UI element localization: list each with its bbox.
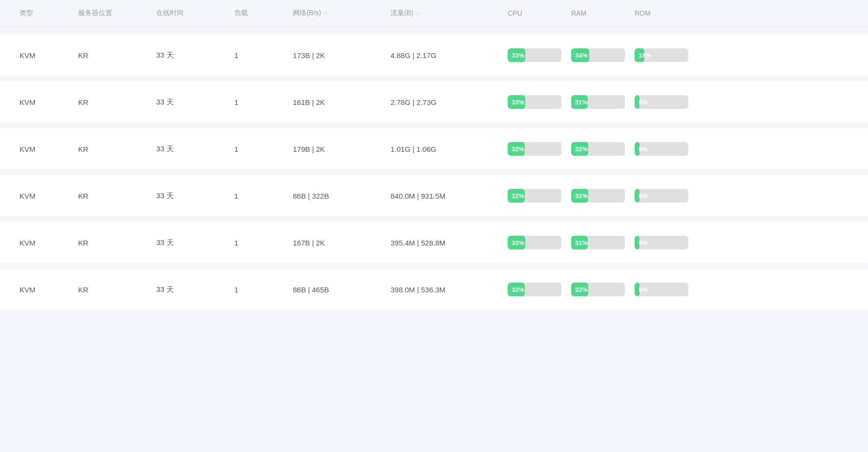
table-row: KVMKR33 天186B | 322B840.0M | 931.5M 32% … <box>0 175 868 216</box>
row-cpu: 33% <box>508 95 571 109</box>
row-ram: 31% <box>571 236 635 249</box>
row-load: 1 <box>234 239 293 247</box>
row-location: KR <box>78 192 156 200</box>
row-network: 167B | 2K <box>293 239 391 247</box>
server-table: 类型 服务器位置 在线时间 负载 网络(B/s) ↓↑ 流量(B) ↓↑ CPU… <box>0 0 868 452</box>
row-ram: 32% <box>571 189 635 203</box>
row-uptime: 33 天 <box>156 144 234 154</box>
row-uptime: 33 天 <box>156 191 234 201</box>
table-row: KVMKR33 天1173B | 2K4.88G | 2.17G 33% 34%… <box>0 35 868 76</box>
row-rom: 9% <box>635 189 693 203</box>
row-network: 179B | 2K <box>293 145 391 153</box>
row-cpu: 32% <box>508 189 571 203</box>
row-uptime: 33 天 <box>156 238 234 247</box>
table-header: 类型 服务器位置 在线时间 负载 网络(B/s) ↓↑ 流量(B) ↓↑ CPU… <box>0 0 868 27</box>
row-uptime: 33 天 <box>156 51 234 60</box>
col-uptime: 在线时间 <box>156 9 234 18</box>
row-traffic: 395.4M | 528.8M <box>391 239 508 247</box>
row-type: KVM <box>20 286 78 294</box>
row-network: 86B | 465B <box>293 286 391 294</box>
row-network: 161B | 2K <box>293 98 391 106</box>
col-network[interactable]: 网络(B/s) ↓↑ <box>293 9 391 18</box>
row-load: 1 <box>234 192 293 200</box>
row-load: 1 <box>234 98 293 106</box>
traffic-sort-icon[interactable]: ↓↑ <box>415 11 420 16</box>
row-ram: 32% <box>571 283 635 296</box>
row-rom: 9% <box>635 236 693 249</box>
row-network: 86B | 322B <box>293 192 391 200</box>
table-row: KVMKR33 天1161B | 2K2.78G | 2.73G 33% 31%… <box>0 82 868 123</box>
row-location: KR <box>78 239 156 247</box>
row-traffic: 2.78G | 2.73G <box>391 98 508 106</box>
row-cpu: 32% <box>508 142 571 156</box>
row-ram: 31% <box>571 95 635 109</box>
col-ram: RAM <box>571 9 635 18</box>
network-sort-icon[interactable]: ↓↑ <box>323 11 328 16</box>
row-type: KVM <box>20 145 78 153</box>
row-load: 1 <box>234 145 293 153</box>
row-load: 1 <box>234 286 293 294</box>
col-type: 类型 <box>20 9 78 18</box>
row-location: KR <box>78 286 156 294</box>
row-traffic: 4.88G | 2.17G <box>391 51 508 60</box>
row-rom: 9% <box>635 142 693 156</box>
row-traffic: 1.01G | 1.06G <box>391 145 508 153</box>
row-network: 173B | 2K <box>293 51 391 60</box>
row-location: KR <box>78 145 156 153</box>
row-cpu: 32% <box>508 283 571 296</box>
col-cpu: CPU <box>508 9 571 18</box>
table-row: KVMKR33 天1167B | 2K395.4M | 528.8M 33% 3… <box>0 222 868 263</box>
col-load: 负载 <box>234 9 293 18</box>
table-row: KVMKR33 天1179B | 2K1.01G | 1.06G 32% 32%… <box>0 128 868 169</box>
row-cpu: 33% <box>508 236 571 249</box>
row-load: 1 <box>234 51 293 60</box>
row-ram: 32% <box>571 142 635 156</box>
col-rom: ROM <box>635 9 693 18</box>
row-rom: 9% <box>635 283 693 296</box>
row-location: KR <box>78 51 156 60</box>
row-uptime: 33 天 <box>156 285 234 294</box>
row-traffic: 398.0M | 536.3M <box>391 286 508 294</box>
row-type: KVM <box>20 98 78 106</box>
col-location: 服务器位置 <box>78 9 156 18</box>
row-uptime: 33 天 <box>156 98 234 107</box>
row-rom: 9% <box>635 95 693 109</box>
row-location: KR <box>78 98 156 106</box>
col-traffic[interactable]: 流量(B) ↓↑ <box>391 9 508 18</box>
table-row: KVMKR33 天186B | 465B398.0M | 536.3M 32% … <box>0 269 868 310</box>
row-ram: 34% <box>571 48 635 62</box>
row-type: KVM <box>20 192 78 200</box>
row-traffic: 840.0M | 931.5M <box>391 192 508 200</box>
row-type: KVM <box>20 51 78 60</box>
row-type: KVM <box>20 239 78 247</box>
row-cpu: 33% <box>508 48 571 62</box>
row-rom: 18% <box>635 48 693 62</box>
